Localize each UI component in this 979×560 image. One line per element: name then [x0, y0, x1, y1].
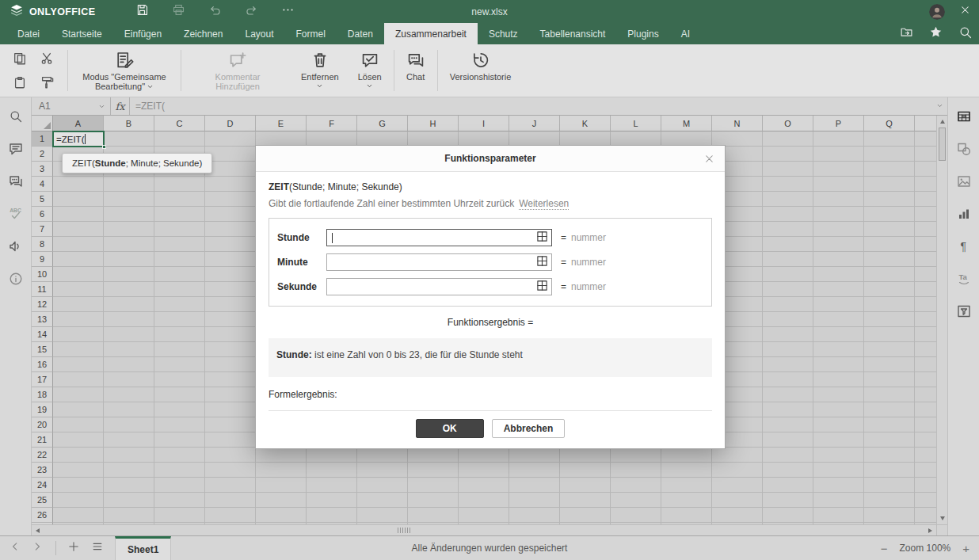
column-header-g[interactable]: G [357, 116, 408, 131]
feedback-button[interactable] [6, 238, 26, 257]
cell-b25[interactable] [104, 493, 154, 508]
cell-g23[interactable] [357, 463, 408, 478]
column-header-q[interactable]: Q [864, 116, 915, 131]
cell-o22[interactable] [763, 448, 813, 463]
cell-o23[interactable] [763, 463, 813, 478]
cell-q18[interactable] [864, 387, 915, 402]
cell-o14[interactable] [763, 327, 813, 342]
cell-o15[interactable] [763, 342, 813, 357]
cell-b21[interactable] [104, 432, 154, 448]
cell-j23[interactable] [509, 463, 560, 478]
cell-l24[interactable] [611, 478, 661, 493]
cell-n22[interactable] [712, 448, 763, 463]
cell-e23[interactable] [256, 463, 307, 478]
cell-h22[interactable] [408, 448, 459, 463]
cell-p5[interactable] [813, 192, 864, 207]
cell-i22[interactable] [459, 448, 509, 463]
cell-b7[interactable] [104, 222, 154, 237]
select-range-button[interactable] [535, 280, 549, 294]
cell-o1[interactable] [763, 131, 813, 147]
cell-n23[interactable] [712, 463, 763, 478]
cell-p11[interactable] [813, 282, 864, 297]
cell-n25[interactable] [712, 493, 763, 508]
scroll-up-arrow-icon[interactable] [937, 116, 947, 127]
insert-function-button[interactable]: fx [111, 97, 130, 115]
cell-p16[interactable] [813, 357, 864, 372]
cell-b18[interactable] [104, 387, 154, 402]
cell-g25[interactable] [357, 493, 408, 508]
cell-b16[interactable] [104, 357, 154, 372]
cell-a5[interactable] [53, 192, 104, 207]
ok-button[interactable]: OK [416, 419, 484, 438]
cell-h26[interactable] [408, 508, 459, 523]
row-header-21[interactable]: 21 [32, 432, 53, 448]
tab-zusammenarbeit[interactable]: Zusammenarbeit [384, 23, 478, 44]
cell-d1[interactable] [205, 131, 256, 147]
cell-l26[interactable] [611, 508, 661, 523]
cell-g24[interactable] [357, 478, 408, 493]
cell-i24[interactable] [459, 478, 509, 493]
cell-d12[interactable] [205, 297, 256, 312]
chat-bubbles-button[interactable] [6, 173, 26, 192]
cell-d7[interactable] [205, 222, 256, 237]
cell-p3[interactable] [813, 162, 864, 177]
cell-q14[interactable] [864, 327, 915, 342]
cell-m24[interactable] [661, 478, 712, 493]
cell-a18[interactable] [53, 387, 104, 402]
cell-q5[interactable] [864, 192, 915, 207]
cell-d20[interactable] [205, 417, 256, 432]
cell-j22[interactable] [509, 448, 560, 463]
coedit-mode-button[interactable]: Modus "Gemeinsame Bearbeitung" [70, 44, 178, 97]
cell-o18[interactable] [763, 387, 813, 402]
cell-k23[interactable] [560, 463, 611, 478]
cell-a17[interactable] [53, 372, 104, 387]
cell-e26[interactable] [256, 508, 307, 523]
row-header-20[interactable]: 20 [32, 417, 53, 432]
cell-g26[interactable] [357, 508, 408, 523]
zoom-in-button[interactable]: + [962, 542, 969, 555]
cell-p18[interactable] [813, 387, 864, 402]
cell-d19[interactable] [205, 402, 256, 417]
select-all-corner[interactable] [32, 116, 53, 131]
active-cell-a1[interactable]: =ZEIT( [52, 131, 105, 147]
cell-c23[interactable] [154, 463, 205, 478]
cell-q19[interactable] [864, 402, 915, 417]
avatar[interactable] [929, 4, 945, 20]
column-header-j[interactable]: J [509, 116, 560, 131]
cell-p2[interactable] [813, 147, 864, 162]
cell-p15[interactable] [813, 342, 864, 357]
row-header-7[interactable]: 7 [32, 222, 53, 237]
cell-d10[interactable] [205, 267, 256, 282]
cell-o16[interactable] [763, 357, 813, 372]
sheet-tab-sheet1[interactable]: Sheet1 [115, 536, 171, 560]
cell-q16[interactable] [864, 357, 915, 372]
column-header-b[interactable]: B [104, 116, 154, 131]
cell-a6[interactable] [53, 207, 104, 222]
cell-f25[interactable] [307, 493, 357, 508]
formula-input[interactable]: =ZEIT( [130, 101, 947, 112]
cell-l25[interactable] [611, 493, 661, 508]
cell-i25[interactable] [459, 493, 509, 508]
cell-b17[interactable] [104, 372, 154, 387]
cell-f24[interactable] [307, 478, 357, 493]
cell-o5[interactable] [763, 192, 813, 207]
column-header-h[interactable]: H [408, 116, 459, 131]
cell-n24[interactable] [712, 478, 763, 493]
tab-ai[interactable]: AI [670, 23, 701, 44]
cell-c9[interactable] [154, 252, 205, 267]
cell-c7[interactable] [154, 222, 205, 237]
cell-a22[interactable] [53, 448, 104, 463]
comments-button[interactable] [6, 141, 26, 160]
cell-settings-button[interactable] [954, 109, 974, 128]
cell-c11[interactable] [154, 282, 205, 297]
cell-d17[interactable] [205, 372, 256, 387]
cell-d14[interactable] [205, 327, 256, 342]
row-header-19[interactable]: 19 [32, 402, 53, 417]
zoom-out-button[interactable]: − [881, 542, 888, 555]
cell-m25[interactable] [661, 493, 712, 508]
cell-d6[interactable] [205, 207, 256, 222]
cell-d9[interactable] [205, 252, 256, 267]
zoom-level[interactable]: Zoom 100% [900, 543, 951, 554]
cell-q21[interactable] [864, 432, 915, 448]
paste-button[interactable] [10, 74, 29, 93]
